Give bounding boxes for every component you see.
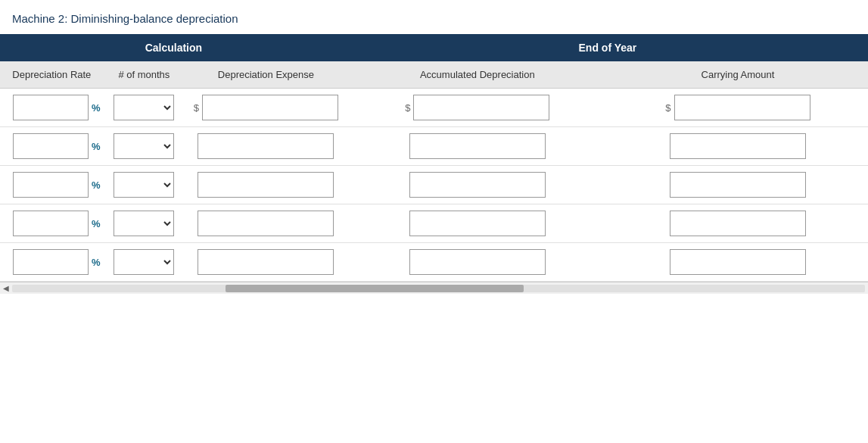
scrollbar-thumb (226, 285, 524, 292)
percent-symbol-3: % (92, 218, 101, 229)
depreciation-table: Calculation End of Year Depreciation Rat… (0, 34, 868, 282)
col-header-depreciation-expense: Depreciation Expense (185, 61, 347, 89)
cell-rate-4: % (0, 243, 104, 282)
cell-months-1: 123456789101112 (104, 127, 185, 166)
expense-input-2[interactable] (198, 172, 334, 198)
page-wrapper: Machine 2: Diminishing-balance depreciat… (0, 0, 868, 443)
bottom-scrollbar: ◀ (0, 282, 868, 294)
percent-symbol-4: % (92, 257, 101, 268)
end-of-year-header: End of Year (347, 34, 868, 61)
accum-input-0[interactable] (413, 95, 549, 120)
rate-input-3[interactable] (13, 211, 89, 236)
expense-input-1[interactable] (198, 133, 334, 159)
scroll-left-arrow[interactable]: ◀ (3, 284, 9, 292)
carrying-input-1[interactable] (670, 133, 806, 159)
months-select-2[interactable]: 123456789101112 (114, 172, 174, 198)
expense-input-4[interactable] (198, 249, 334, 275)
carrying-input-2[interactable] (670, 172, 806, 198)
cell-rate-3: % (0, 204, 104, 243)
cell-rate-2: % (0, 166, 104, 204)
cell-carrying-1 (608, 127, 868, 166)
cell-carrying-0: $ (608, 89, 868, 127)
months-select-4[interactable]: 123456789101112 (114, 249, 174, 275)
table-row: %123456789101112 (0, 166, 868, 204)
calculation-header: Calculation (0, 34, 347, 61)
months-select-1[interactable]: 123456789101112 (114, 133, 174, 159)
expense-input-3[interactable] (198, 211, 334, 236)
rate-input-0[interactable] (13, 95, 89, 120)
cell-months-0: 123456789101112 (104, 89, 185, 127)
cell-carrying-2 (608, 166, 868, 204)
months-select-3[interactable]: 123456789101112 (114, 211, 174, 236)
cell-expense-0: $ (185, 89, 347, 127)
accum-input-2[interactable] (409, 172, 546, 198)
table-row: %123456789101112 (0, 204, 868, 243)
cell-accum-1 (347, 127, 608, 166)
dollar-symbol-accum-0: $ (405, 102, 410, 114)
cell-months-2: 123456789101112 (104, 166, 185, 204)
rate-input-4[interactable] (13, 249, 89, 275)
header-row-sub: Depreciation Rate # of months Depreciati… (0, 61, 868, 89)
cell-rate-0: % (0, 89, 104, 127)
months-select-0[interactable]: 123456789101112 (114, 95, 174, 120)
cell-carrying-3 (608, 204, 868, 243)
dollar-symbol-carrying-0: $ (665, 102, 670, 114)
cell-rate-1: % (0, 127, 104, 166)
table-row: %123456789101112 (0, 243, 868, 282)
accum-input-3[interactable] (409, 211, 546, 236)
accum-input-1[interactable] (409, 133, 546, 159)
col-header-accumulated-depreciation: Accumulated Depreciation (347, 61, 608, 89)
cell-expense-1 (185, 127, 347, 166)
header-row-top: Calculation End of Year (0, 34, 868, 61)
table-container: Calculation End of Year Depreciation Rat… (0, 34, 868, 282)
page-title: Machine 2: Diminishing-balance depreciat… (0, 12, 868, 34)
cell-accum-2 (347, 166, 608, 204)
rate-input-2[interactable] (13, 172, 89, 198)
cell-accum-0: $ (347, 89, 608, 127)
carrying-input-0[interactable] (674, 95, 810, 120)
cell-expense-3 (185, 204, 347, 243)
table-row: %123456789101112 (0, 127, 868, 166)
percent-symbol-1: % (92, 141, 101, 152)
cell-months-4: 123456789101112 (104, 243, 185, 282)
col-header-carrying-amount: Carrying Amount (608, 61, 868, 89)
percent-symbol-0: % (92, 102, 101, 114)
table-row: %123456789101112$$$ (0, 89, 868, 127)
accum-input-4[interactable] (409, 249, 546, 275)
expense-input-0[interactable] (202, 95, 338, 120)
cell-expense-4 (185, 243, 347, 282)
rate-input-1[interactable] (13, 133, 89, 159)
percent-symbol-2: % (92, 179, 101, 191)
cell-accum-4 (347, 243, 608, 282)
cell-expense-2 (185, 166, 347, 204)
cell-accum-3 (347, 204, 608, 243)
carrying-input-4[interactable] (670, 249, 806, 275)
col-header-depreciation-rate: Depreciation Rate (0, 61, 104, 89)
dollar-symbol-expense-0: $ (194, 102, 199, 114)
carrying-input-3[interactable] (670, 211, 806, 236)
cell-carrying-4 (608, 243, 868, 282)
col-header-num-months: # of months (104, 61, 185, 89)
horizontal-scrollbar[interactable] (12, 285, 865, 292)
cell-months-3: 123456789101112 (104, 204, 185, 243)
